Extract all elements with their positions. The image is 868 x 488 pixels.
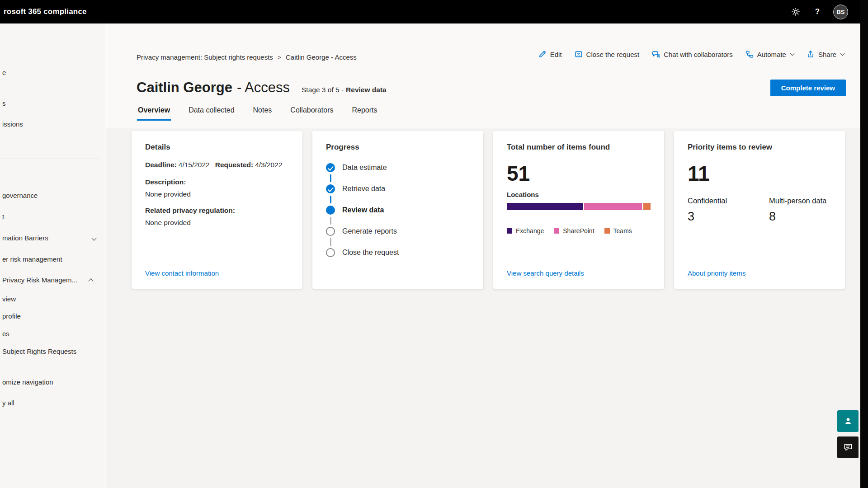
automate-label: Automate [757,51,786,58]
description-block: Description: None provided [145,178,289,198]
sidebar-divider [0,159,100,159]
progress-card-title: Progress [326,143,470,152]
priority-items-title: Priority items to review [688,143,831,152]
description-value: None provided [145,190,289,198]
step-current-icon [326,206,335,215]
priority-items-count: 11 [688,163,831,184]
sidebar-item-profile-partial[interactable]: profile [2,312,21,320]
confidential-group: Confidential 3 [688,196,755,224]
title-row: Caitlin George- Access Stage 3 of 5 -Rev… [137,80,387,96]
breadcrumb-separator: > [278,54,281,61]
edit-label: Edit [550,51,562,58]
chevron-up-icon[interactable] [88,278,93,283]
details-card-title: Details [145,143,289,152]
sidebar-item-governance-partial[interactable]: governance [2,192,38,199]
progress-stepper: Data estimate Retrieve data Review data [326,161,470,259]
step-connector [330,217,331,225]
sidebar-item-e[interactable]: e [2,69,6,76]
sidebar-item-overview-partial[interactable]: view [2,295,16,303]
step-complete-icon [326,163,335,172]
progress-step-data-estimate: Data estimate [326,161,470,174]
sidebar-item-permissions-partial[interactable]: issions [2,120,23,128]
items-found-count: 51 [507,163,651,184]
sidebar-item-t[interactable]: t [2,213,4,221]
view-search-query-details-link[interactable]: View search query details [507,269,584,277]
sidebar-item-s[interactable]: s [2,99,6,107]
multi-person-label: Multi-person data [769,196,827,206]
tab-overview[interactable]: Overview [137,106,171,121]
deadline-value: 4/15/2022 [179,161,210,169]
command-bar: Edit Close the request Chat with collabo… [538,50,844,58]
exchange-bar-segment [507,203,583,210]
help-icon[interactable]: ? [811,6,823,18]
topbar-actions: ? BS [790,5,848,19]
help-widget-button[interactable] [837,410,859,432]
items-found-card: Total number of items found 51 Locations… [493,131,664,289]
tab-data-collected[interactable]: Data collected [188,106,235,121]
feedback-button[interactable] [837,436,859,458]
automate-icon [745,50,754,58]
progress-step-close-request: Close the request [326,246,470,259]
screen: rosoft 365 compliance ? BS e s issions g… [0,0,868,488]
close-request-button[interactable]: Close the request [575,50,640,58]
breadcrumb-current: Caitlin George - Access [286,53,357,61]
locations-legend: Exchange SharePoint Teams [507,227,651,235]
progress-step-generate-reports: Generate reports [326,225,470,238]
stage-prefix: Stage 3 of 5 - [302,86,344,94]
settings-gear-icon[interactable] [790,6,802,18]
teams-swatch [604,228,610,234]
priority-breakdown: Confidential 3 Multi-person data 8 [688,196,831,224]
teams-label: Teams [613,227,632,235]
sidebar-item-es[interactable]: es [2,330,9,338]
exchange-swatch [507,228,512,234]
page-title-suffix: - Access [237,80,290,95]
sidebar: e s issions governance t mation Barriers… [0,23,105,488]
scrollbar-strip[interactable] [860,0,868,488]
sidebar-item-show-all-partial[interactable]: y all [2,399,14,407]
tab-reports[interactable]: Reports [351,106,378,121]
automate-button[interactable]: Automate [745,50,794,58]
legend-teams: Teams [604,227,632,235]
sidebar-item-information-barriers-partial[interactable]: mation Barriers [2,234,48,242]
sidebar-item-subject-rights-requests[interactable]: Subject Rights Requests [2,347,76,355]
share-button[interactable]: Share [807,50,844,58]
step-connector [330,174,331,182]
sidebar-item-insider-risk-partial[interactable]: er risk management [2,255,62,263]
chat-collaborators-label: Chat with collaborators [664,51,733,58]
share-icon [807,50,815,58]
breadcrumb-parent[interactable]: Privacy management: Subject rights reque… [137,53,273,61]
view-contact-information-link[interactable]: View contact information [145,269,219,277]
page-title: Caitlin George- Access [137,80,290,96]
sidebar-item-customize-navigation-partial[interactable]: omize navigation [2,378,53,386]
account-avatar[interactable]: BS [833,5,848,19]
chevron-down-icon[interactable] [91,235,96,240]
sidebar-item-privacy-risk-management[interactable]: Privacy Risk Managem... [2,276,77,284]
page-title-name: Caitlin George [137,80,232,95]
step-complete-icon [326,184,335,193]
breadcrumb: Privacy management: Subject rights reque… [137,53,357,61]
deadline-row: Deadline:4/15/2022Requested:4/3/2022 [145,161,289,169]
tab-notes[interactable]: Notes [252,106,273,121]
step-upcoming-icon [326,248,335,257]
sharepoint-label: SharePoint [563,227,594,235]
stage-indicator: Stage 3 of 5 -Review data [302,86,387,94]
multi-person-value: 8 [769,210,827,224]
chat-collaborators-button[interactable]: Chat with collaborators [652,50,733,58]
topbar: rosoft 365 compliance ? BS [0,0,868,23]
step-connector [330,196,331,203]
items-found-title: Total number of items found [507,143,651,152]
share-label: Share [818,51,836,58]
chevron-down-icon [840,51,845,56]
tab-bar: Overview Data collected Notes Collaborat… [137,106,378,121]
progress-card: Progress Data estimate Retrieve data Re [312,131,483,289]
regulation-block: Related privacy regulation: None provide… [145,206,289,227]
regulation-label: Related privacy regulation: [145,206,235,214]
tab-collaborators[interactable]: Collaborators [289,106,334,121]
complete-review-button[interactable]: Complete review [770,80,846,96]
edit-button[interactable]: Edit [538,50,562,58]
step-connector [330,238,331,246]
description-label: Description: [145,178,186,186]
priority-items-card: Priority items to review 11 Confidential… [674,131,845,289]
about-priority-items-link[interactable]: About priority items [688,269,745,277]
deadline-label: Deadline: [145,161,177,169]
